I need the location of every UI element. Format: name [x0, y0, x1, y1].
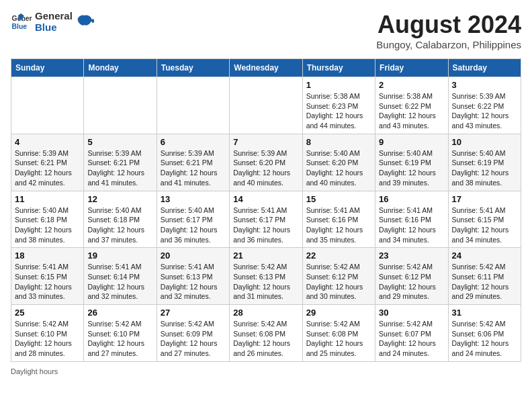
- day-info: Sunrise: 5:42 AM Sunset: 6:08 PM Dayligh…: [233, 319, 298, 359]
- day-number: 6: [161, 137, 226, 147]
- day-info: Sunrise: 5:41 AM Sunset: 6:16 PM Dayligh…: [379, 205, 444, 245]
- calendar-week-row: 25Sunrise: 5:42 AM Sunset: 6:10 PM Dayli…: [11, 305, 521, 362]
- day-number: 18: [15, 250, 80, 261]
- day-number: 12: [87, 194, 152, 204]
- calendar-cell: 29Sunrise: 5:42 AM Sunset: 6:08 PM Dayli…: [302, 305, 375, 362]
- day-info: Sunrise: 5:42 AM Sunset: 6:09 PM Dayligh…: [161, 319, 226, 359]
- calendar-cell: 2Sunrise: 5:38 AM Sunset: 6:22 PM Daylig…: [375, 77, 448, 134]
- calendar-cell: 27Sunrise: 5:42 AM Sunset: 6:09 PM Dayli…: [157, 305, 229, 362]
- day-info: Sunrise: 5:42 AM Sunset: 6:12 PM Dayligh…: [306, 262, 371, 302]
- day-number: 20: [161, 250, 226, 261]
- day-info: Sunrise: 5:39 AM Sunset: 6:21 PM Dayligh…: [15, 148, 80, 188]
- day-number: 25: [15, 308, 80, 318]
- calendar-cell: [157, 77, 229, 134]
- day-number: 17: [452, 194, 517, 204]
- day-number: 22: [306, 250, 371, 261]
- day-of-week-header: Saturday: [448, 59, 521, 77]
- calendar-cell: 6Sunrise: 5:39 AM Sunset: 6:21 PM Daylig…: [157, 134, 229, 191]
- calendar-cell: [230, 77, 302, 134]
- day-info: Sunrise: 5:39 AM Sunset: 6:20 PM Dayligh…: [233, 148, 298, 188]
- subtitle: Bungoy, Calabarzon, Philippines: [376, 39, 521, 50]
- calendar-table: SundayMondayTuesdayWednesdayThursdayFrid…: [11, 58, 521, 362]
- day-number: 1: [306, 80, 371, 90]
- calendar-cell: 16Sunrise: 5:41 AM Sunset: 6:16 PM Dayli…: [375, 191, 448, 248]
- day-info: Sunrise: 5:40 AM Sunset: 6:18 PM Dayligh…: [87, 205, 152, 245]
- calendar-cell: [84, 77, 157, 134]
- calendar-cell: 22Sunrise: 5:42 AM Sunset: 6:12 PM Dayli…: [302, 248, 375, 305]
- calendar-cell: 21Sunrise: 5:42 AM Sunset: 6:13 PM Dayli…: [230, 248, 302, 305]
- day-info: Sunrise: 5:39 AM Sunset: 6:21 PM Dayligh…: [161, 148, 226, 188]
- calendar-cell: 13Sunrise: 5:40 AM Sunset: 6:17 PM Dayli…: [157, 191, 229, 248]
- calendar-cell: 31Sunrise: 5:42 AM Sunset: 6:06 PM Dayli…: [448, 305, 521, 362]
- day-number: 26: [87, 308, 152, 318]
- calendar-cell: [11, 77, 84, 134]
- day-info: Sunrise: 5:42 AM Sunset: 6:10 PM Dayligh…: [15, 319, 80, 359]
- day-number: 14: [233, 194, 298, 204]
- day-number: 16: [379, 194, 444, 204]
- day-number: 23: [379, 250, 444, 261]
- day-number: 9: [379, 137, 444, 147]
- day-number: 10: [452, 137, 517, 147]
- day-number: 4: [15, 137, 80, 147]
- calendar-cell: 20Sunrise: 5:41 AM Sunset: 6:13 PM Dayli…: [157, 248, 229, 305]
- day-number: 29: [306, 308, 371, 318]
- day-info: Sunrise: 5:42 AM Sunset: 6:13 PM Dayligh…: [233, 262, 298, 302]
- day-info: Sunrise: 5:40 AM Sunset: 6:17 PM Dayligh…: [161, 205, 226, 245]
- day-info: Sunrise: 5:42 AM Sunset: 6:11 PM Dayligh…: [452, 262, 517, 302]
- day-info: Sunrise: 5:41 AM Sunset: 6:15 PM Dayligh…: [15, 262, 80, 302]
- day-number: 27: [161, 308, 226, 318]
- day-number: 30: [379, 308, 444, 318]
- day-number: 24: [452, 250, 517, 261]
- day-number: 8: [306, 137, 371, 147]
- day-of-week-header: Thursday: [302, 59, 375, 77]
- day-info: Sunrise: 5:39 AM Sunset: 6:22 PM Dayligh…: [452, 91, 517, 131]
- logo-bird-icon: [75, 13, 94, 32]
- calendar-cell: 17Sunrise: 5:41 AM Sunset: 6:15 PM Dayli…: [448, 191, 521, 248]
- day-info: Sunrise: 5:42 AM Sunset: 6:07 PM Dayligh…: [379, 319, 444, 359]
- calendar-week-row: 11Sunrise: 5:40 AM Sunset: 6:18 PM Dayli…: [11, 191, 521, 248]
- calendar-week-row: 4Sunrise: 5:39 AM Sunset: 6:21 PM Daylig…: [11, 134, 521, 191]
- day-info: Sunrise: 5:38 AM Sunset: 6:22 PM Dayligh…: [379, 91, 444, 131]
- day-info: Sunrise: 5:40 AM Sunset: 6:20 PM Dayligh…: [306, 148, 371, 188]
- day-number: 7: [233, 137, 298, 147]
- calendar-cell: 4Sunrise: 5:39 AM Sunset: 6:21 PM Daylig…: [11, 134, 84, 191]
- day-number: 13: [161, 194, 226, 204]
- day-info: Sunrise: 5:38 AM Sunset: 6:23 PM Dayligh…: [306, 91, 371, 131]
- calendar-cell: 14Sunrise: 5:41 AM Sunset: 6:17 PM Dayli…: [230, 191, 302, 248]
- day-number: 11: [15, 194, 80, 204]
- day-of-week-header: Monday: [84, 59, 157, 77]
- day-info: Sunrise: 5:40 AM Sunset: 6:19 PM Dayligh…: [379, 148, 444, 188]
- calendar-cell: 10Sunrise: 5:40 AM Sunset: 6:19 PM Dayli…: [448, 134, 521, 191]
- page-header: General Blue General Blue August 2024 Bu…: [11, 11, 521, 50]
- logo: General Blue General Blue: [11, 11, 94, 33]
- day-number: 5: [87, 137, 152, 147]
- calendar-cell: 11Sunrise: 5:40 AM Sunset: 6:18 PM Dayli…: [11, 191, 84, 248]
- title-block: August 2024 Bungoy, Calabarzon, Philippi…: [376, 11, 521, 50]
- calendar-cell: 7Sunrise: 5:39 AM Sunset: 6:20 PM Daylig…: [230, 134, 302, 191]
- day-info: Sunrise: 5:41 AM Sunset: 6:14 PM Dayligh…: [87, 262, 152, 302]
- calendar-cell: 1Sunrise: 5:38 AM Sunset: 6:23 PM Daylig…: [302, 77, 375, 134]
- calendar-cell: 12Sunrise: 5:40 AM Sunset: 6:18 PM Dayli…: [84, 191, 157, 248]
- logo-icon: General Blue: [11, 11, 32, 33]
- svg-text:Blue: Blue: [12, 22, 28, 30]
- calendar-cell: 25Sunrise: 5:42 AM Sunset: 6:10 PM Dayli…: [11, 305, 84, 362]
- day-number: 21: [233, 250, 298, 261]
- day-number: 15: [306, 194, 371, 204]
- footer: Daylight hours: [11, 367, 521, 375]
- day-info: Sunrise: 5:42 AM Sunset: 6:06 PM Dayligh…: [452, 319, 517, 359]
- day-number: 19: [87, 250, 152, 261]
- day-of-week-header: Sunday: [11, 59, 84, 77]
- calendar-cell: 3Sunrise: 5:39 AM Sunset: 6:22 PM Daylig…: [448, 77, 521, 134]
- day-number: 31: [452, 308, 517, 318]
- day-info: Sunrise: 5:42 AM Sunset: 6:10 PM Dayligh…: [87, 319, 152, 359]
- calendar-cell: 9Sunrise: 5:40 AM Sunset: 6:19 PM Daylig…: [375, 134, 448, 191]
- day-of-week-header: Friday: [375, 59, 448, 77]
- day-info: Sunrise: 5:42 AM Sunset: 6:12 PM Dayligh…: [379, 262, 444, 302]
- day-info: Sunrise: 5:41 AM Sunset: 6:13 PM Dayligh…: [161, 262, 226, 302]
- footer-note: Daylight hours: [11, 367, 58, 375]
- calendar-cell: 15Sunrise: 5:41 AM Sunset: 6:16 PM Dayli…: [302, 191, 375, 248]
- calendar-cell: 24Sunrise: 5:42 AM Sunset: 6:11 PM Dayli…: [448, 248, 521, 305]
- calendar-cell: 19Sunrise: 5:41 AM Sunset: 6:14 PM Dayli…: [84, 248, 157, 305]
- day-info: Sunrise: 5:41 AM Sunset: 6:17 PM Dayligh…: [233, 205, 298, 245]
- day-info: Sunrise: 5:40 AM Sunset: 6:19 PM Dayligh…: [452, 148, 517, 188]
